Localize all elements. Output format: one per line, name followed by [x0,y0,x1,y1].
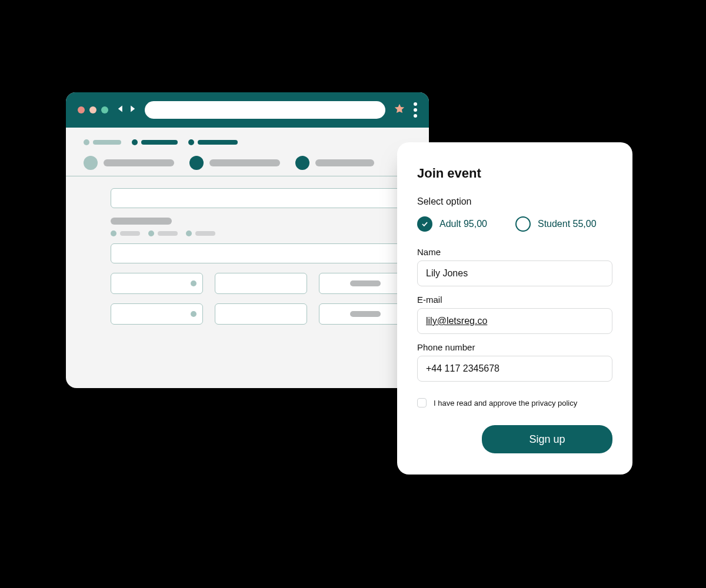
form-area [84,188,411,325]
form-select[interactable] [111,273,203,294]
panel-title: Join event [417,166,612,181]
address-bar[interactable] [145,101,385,119]
section-label [111,218,172,225]
email-label: E-mail [417,295,612,305]
name-label: Name [417,247,612,257]
browser-toolbar [66,92,429,128]
form-row [111,273,411,294]
breadcrumb [84,139,411,145]
option-student[interactable]: Student 55,00 [515,216,597,232]
option-label: Adult 95,00 [439,219,487,229]
sign-up-button[interactable]: Sign up [482,425,612,453]
tab-item[interactable] [295,156,374,170]
form-select[interactable] [215,273,307,294]
close-icon[interactable] [78,106,85,113]
breadcrumb-item[interactable] [188,139,238,145]
form-select[interactable] [111,303,203,325]
join-event-panel: Join event Select option Adult 95,00 Stu… [397,142,632,475]
email-input[interactable]: lily@letsreg.co [417,308,612,334]
tab-row [84,156,411,170]
email-value: lily@letsreg.co [426,316,487,326]
back-icon[interactable] [116,105,125,115]
option-label: Student 55,00 [538,219,597,229]
kebab-menu-icon[interactable] [414,102,417,118]
breadcrumb-item[interactable] [84,139,121,145]
minimize-icon[interactable] [89,106,96,113]
option-adult[interactable]: Adult 95,00 [417,216,487,232]
phone-input[interactable]: +44 117 2345678 [417,356,612,382]
form-row [111,303,411,325]
tab-item[interactable] [84,156,174,170]
radio-unchecked-icon [515,216,531,232]
select-option-label: Select option [417,196,612,207]
favorite-icon[interactable] [394,103,405,117]
sub-nav-item[interactable] [186,230,215,236]
sub-nav-item[interactable] [148,230,178,236]
privacy-label: I have read and approve the privacy poli… [434,399,577,407]
name-value: Lily Jones [426,268,468,279]
form-input[interactable] [111,188,411,208]
browser-window [66,92,429,388]
zoom-icon[interactable] [101,106,108,113]
tab-item[interactable] [189,156,280,170]
name-input[interactable]: Lily Jones [417,260,612,286]
phone-label: Phone number [417,342,612,352]
form-select[interactable] [215,303,307,325]
forward-icon[interactable] [128,105,136,115]
radio-checked-icon [417,216,432,232]
window-controls [78,106,108,113]
breadcrumb-item[interactable] [132,139,178,145]
phone-value: +44 117 2345678 [426,363,499,374]
privacy-checkbox[interactable] [417,398,427,407]
form-input[interactable] [111,243,411,263]
sub-nav [111,230,411,236]
privacy-row[interactable]: I have read and approve the privacy poli… [417,398,612,407]
sub-nav-item[interactable] [111,230,140,236]
option-group: Adult 95,00 Student 55,00 [417,216,612,232]
nav-arrows [116,105,136,115]
divider [66,176,429,176]
browser-content [66,128,429,352]
